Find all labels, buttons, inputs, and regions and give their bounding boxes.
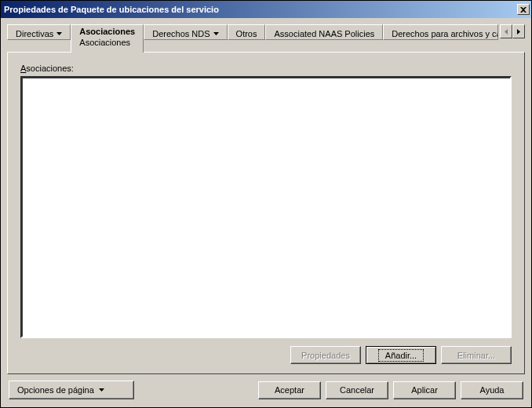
tab-label: Otros	[236, 29, 257, 38]
button-label: Eliminar...	[457, 351, 495, 360]
chevron-down-icon	[99, 388, 104, 392]
button-label: Ayuda	[480, 385, 505, 395]
tab-naas-policies[interactable]: Associated NAAS Policies	[265, 24, 383, 40]
tab-label: Associated NAAS Policies	[274, 29, 374, 38]
aplicar-button[interactable]: Aplicar	[393, 381, 456, 399]
propiedades-button: Propiedades	[290, 346, 361, 364]
tab-directivas[interactable]: Directivas	[7, 24, 71, 40]
page-options-button[interactable]: Opciones de página	[9, 381, 134, 399]
window-frame: Propiedades de Paquete de ubicaciones de…	[0, 0, 532, 408]
chevron-left-icon	[505, 29, 508, 35]
tab-derechos-nds[interactable]: Derechos NDS	[144, 24, 227, 40]
dialog-footer: Opciones de página Aceptar Cancelar Apli…	[7, 374, 525, 401]
eliminar-button: Eliminar...	[441, 346, 512, 364]
tab-label: Derechos para archivos y carpetas	[392, 29, 498, 38]
ayuda-button[interactable]: Ayuda	[461, 381, 523, 399]
client-area: Directivas Asociaciones Asociaciones Der…	[1, 18, 531, 407]
tab-label: Asociaciones	[79, 27, 135, 36]
window-title: Propiedades de Paquete de ubicaciones de…	[4, 5, 517, 14]
asociaciones-label: Asociaciones:	[20, 64, 512, 73]
tab-sublabel: Asociaciones	[79, 38, 130, 47]
chevron-right-icon	[517, 29, 520, 35]
button-label: Aceptar	[275, 385, 304, 395]
aceptar-button[interactable]: Aceptar	[258, 381, 321, 399]
button-label: Añadir...	[378, 349, 424, 362]
tab-derechos-archivos[interactable]: Derechos para archivos y carpetas	[383, 24, 498, 40]
panel-asociaciones: Asociaciones: Propiedades Añadir... Elim…	[7, 52, 525, 374]
tabstrip: Directivas Asociaciones Asociaciones Der…	[7, 24, 525, 53]
chevron-down-icon	[213, 32, 219, 35]
cancelar-button[interactable]: Cancelar	[326, 381, 388, 399]
button-label: Cancelar	[340, 385, 374, 395]
button-label: Propiedades	[301, 351, 350, 360]
tab-scroll-right[interactable]	[512, 24, 525, 38]
button-label: Opciones de página	[17, 385, 94, 395]
close-icon	[520, 7, 527, 13]
chevron-down-icon	[56, 32, 62, 35]
tab-scroll-left[interactable]	[500, 24, 512, 38]
button-label: Aplicar	[411, 385, 438, 395]
asociaciones-listbox[interactable]	[20, 76, 512, 338]
close-button[interactable]	[517, 4, 530, 15]
panel-button-row: Propiedades Añadir... Eliminar...	[20, 346, 512, 364]
tab-label: Derechos NDS	[152, 29, 210, 38]
tab-otros[interactable]: Otros	[228, 24, 266, 40]
tab-scroll-controls	[500, 24, 525, 53]
tab-label: Directivas	[16, 29, 53, 38]
tab-asociaciones[interactable]: Asociaciones Asociaciones	[71, 24, 144, 53]
label-rest: sociaciones:	[26, 64, 74, 73]
anadir-button[interactable]: Añadir...	[366, 346, 436, 364]
titlebar: Propiedades de Paquete de ubicaciones de…	[1, 1, 531, 18]
